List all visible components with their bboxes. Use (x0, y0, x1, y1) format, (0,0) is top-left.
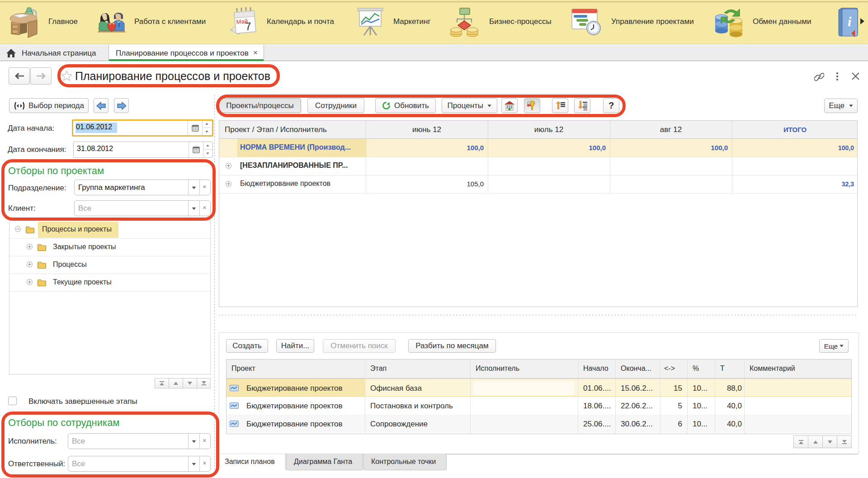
svg-text:i: i (848, 14, 852, 29)
svg-text:7: 7 (245, 20, 252, 33)
